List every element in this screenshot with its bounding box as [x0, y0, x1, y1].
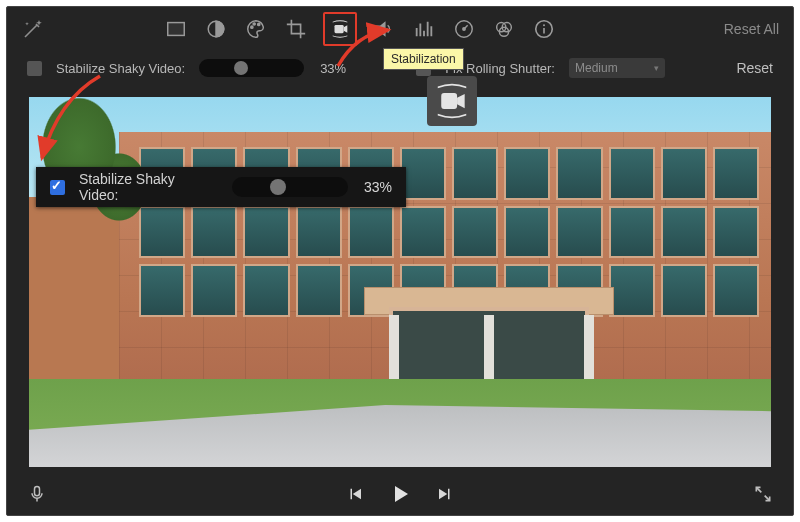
magic-wand-icon[interactable] — [21, 17, 45, 41]
svg-rect-14 — [35, 487, 40, 496]
palette-icon[interactable] — [243, 16, 269, 42]
rolling-shutter-select[interactable]: Medium ▾ — [569, 58, 665, 78]
fullscreen-icon[interactable] — [753, 484, 773, 504]
next-button[interactable] — [436, 485, 454, 503]
color-board-icon[interactable] — [163, 16, 189, 42]
microphone-icon[interactable] — [27, 484, 47, 504]
stabilize-checkbox-enabled[interactable] — [50, 180, 65, 195]
stabilize-slider-enabled[interactable] — [232, 177, 348, 197]
inspector-tabs — [163, 12, 557, 46]
svg-point-8 — [463, 28, 465, 30]
svg-rect-6 — [335, 25, 344, 33]
playback-bar — [7, 473, 793, 515]
equalizer-icon[interactable] — [411, 16, 437, 42]
inspector-toolbar: Reset All — [7, 7, 793, 51]
svg-point-3 — [251, 26, 253, 28]
chevron-down-icon: ▾ — [654, 63, 659, 73]
svg-rect-15 — [441, 93, 457, 109]
previous-button[interactable] — [346, 485, 364, 503]
info-icon[interactable] — [531, 16, 557, 42]
svg-rect-1 — [168, 23, 185, 36]
svg-point-4 — [253, 23, 255, 25]
video-editor-window: Reset All Stabilize Shaky Video: 33% Fix… — [6, 6, 794, 516]
reset-button[interactable]: Reset — [736, 60, 773, 76]
stabilize-slider[interactable] — [199, 59, 304, 77]
svg-point-5 — [258, 23, 260, 25]
stabilize-checkbox[interactable] — [27, 61, 42, 76]
stabilize-label: Stabilize Shaky Video: — [56, 61, 185, 76]
stabilize-percent: 33% — [320, 61, 346, 76]
reset-all-button[interactable]: Reset All — [724, 21, 779, 37]
crop-icon[interactable] — [283, 16, 309, 42]
contrast-icon[interactable] — [203, 16, 229, 42]
rolling-shutter-value: Medium — [575, 61, 618, 75]
volume-icon[interactable] — [371, 16, 397, 42]
stabilize-enabled-panel: Stabilize Shaky Video: 33% — [36, 167, 406, 207]
stabilization-large-icon — [427, 76, 477, 126]
svg-point-13 — [543, 24, 545, 26]
filters-icon[interactable] — [491, 16, 517, 42]
speed-icon[interactable] — [451, 16, 477, 42]
stabilization-tooltip: Stabilization — [383, 48, 464, 70]
stabilize-percent-enabled: 33% — [364, 179, 392, 195]
play-button[interactable] — [388, 482, 412, 506]
stabilization-icon[interactable] — [323, 12, 357, 46]
video-preview — [29, 97, 771, 467]
stabilize-label-enabled: Stabilize Shaky Video: — [79, 171, 218, 203]
